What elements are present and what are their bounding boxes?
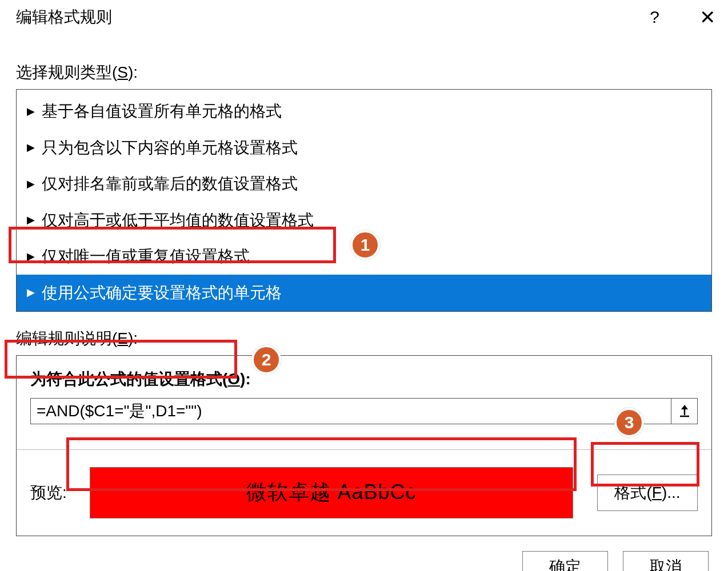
preview-row: 预览: 微软卓越 AaBbCc 格式(F)... xyxy=(30,467,698,518)
rule-type-text: 使用公式确定要设置格式的单元格 xyxy=(42,279,282,307)
preview-label: 预览: xyxy=(30,482,76,504)
edit-desc-label: 编辑规则说明(E): xyxy=(16,328,712,349)
range-picker-button[interactable] xyxy=(671,398,698,424)
annotation-badge: 1 xyxy=(350,230,380,260)
rule-type-text: 只为包含以下内容的单元格设置格式 xyxy=(42,134,298,162)
formula-input[interactable] xyxy=(30,398,671,424)
collapse-dialog-icon xyxy=(678,405,691,417)
triangle-right-icon: ▶ xyxy=(27,211,35,229)
rule-type-list[interactable]: ▶ 基于各自值设置所有单元格的格式 ▶ 只为包含以下内容的单元格设置格式 ▶ 仅… xyxy=(16,89,712,312)
divider xyxy=(17,449,711,450)
rule-type-item[interactable]: ▶ 基于各自值设置所有单元格的格式 xyxy=(17,93,711,130)
triangle-right-icon: ▶ xyxy=(27,139,35,156)
triangle-right-icon: ▶ xyxy=(27,175,35,193)
formula-row xyxy=(30,398,698,424)
triangle-right-icon: ▶ xyxy=(27,284,35,301)
rule-type-text: 仅对唯一值或重复值设置格式 xyxy=(42,243,250,270)
svg-marker-1 xyxy=(681,405,688,409)
annotation-badge: 2 xyxy=(251,345,281,375)
title-controls: ? ✕ xyxy=(650,7,715,27)
edit-section: 为符合此公式的值设置格式(O): 预览: 微软卓越 AaBbCc 格式(F)..… xyxy=(16,355,712,536)
title-bar: 编辑格式规则 ? ✕ xyxy=(0,0,728,34)
formula-label: 为符合此公式的值设置格式(O): xyxy=(30,368,698,390)
ok-button[interactable]: 确定 xyxy=(522,551,608,571)
rule-type-label: 选择规则类型(S): xyxy=(16,62,712,83)
cancel-button[interactable]: 取消 xyxy=(623,551,709,571)
preview-sample: 微软卓越 AaBbCc xyxy=(90,467,573,518)
rule-type-item[interactable]: ▶ 只为包含以下内容的单元格设置格式 xyxy=(17,130,711,166)
close-button[interactable]: ✕ xyxy=(699,7,715,27)
help-button[interactable]: ? xyxy=(650,7,659,27)
format-button[interactable]: 格式(F)... xyxy=(597,475,698,511)
rule-type-text: 仅对排名靠前或靠后的数值设置格式 xyxy=(42,170,298,198)
dialog-footer: 确定 取消 xyxy=(0,536,728,571)
triangle-right-icon: ▶ xyxy=(27,103,35,120)
rule-type-item-selected[interactable]: ▶ 使用公式确定要设置格式的单元格 xyxy=(17,275,711,311)
annotation-badge: 3 xyxy=(614,408,644,437)
rule-type-text: 基于各自值设置所有单元格的格式 xyxy=(42,98,282,125)
rule-type-text: 仅对高于或低于平均值的数值设置格式 xyxy=(42,207,314,234)
rule-type-item[interactable]: ▶ 仅对排名靠前或靠后的数值设置格式 xyxy=(17,166,711,202)
triangle-right-icon: ▶ xyxy=(27,248,35,266)
dialog-title: 编辑格式规则 xyxy=(16,6,112,28)
